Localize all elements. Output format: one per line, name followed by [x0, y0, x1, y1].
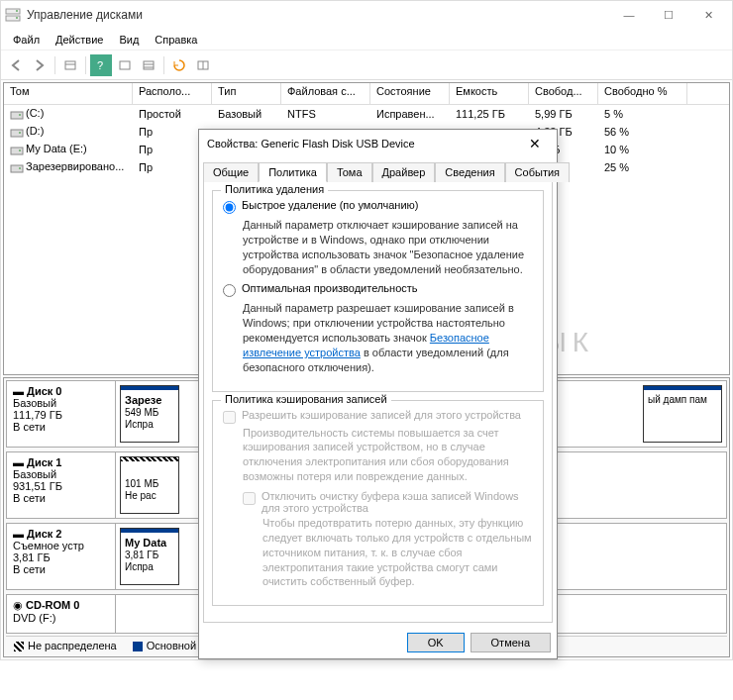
- toolbar: ?: [1, 50, 732, 80]
- maximize-button[interactable]: ☐: [649, 1, 688, 29]
- volume-icon: [10, 127, 24, 139]
- action-icon[interactable]: [114, 54, 136, 76]
- cancel-button[interactable]: Отмена: [471, 633, 551, 652]
- col-freepc[interactable]: Свободно %: [598, 83, 687, 104]
- col-type[interactable]: Тип: [212, 83, 281, 104]
- flush-cache-desc: Чтобы предотвратить потерю данных, эту ф…: [262, 516, 533, 589]
- back-icon[interactable]: [5, 54, 27, 76]
- svg-point-16: [19, 167, 21, 169]
- menu-file[interactable]: Файл: [5, 32, 48, 48]
- window-title: Управление дисками: [27, 8, 609, 22]
- tab-policy[interactable]: Политика: [259, 162, 327, 182]
- menu-view[interactable]: Вид: [111, 32, 147, 48]
- disk-mgmt-icon: [5, 7, 21, 23]
- minimize-button[interactable]: —: [609, 1, 649, 29]
- tab-events[interactable]: События: [505, 162, 570, 182]
- optimal-perf-desc: Данный параметр разрешает кэширование за…: [243, 301, 533, 374]
- optimal-perf-label: Оптимальная производительность: [242, 282, 418, 294]
- svg-rect-1: [6, 16, 20, 21]
- col-status[interactable]: Состояние: [370, 83, 450, 104]
- col-layout[interactable]: Располо...: [133, 83, 212, 104]
- disk-icon: ▬: [13, 385, 24, 397]
- partition[interactable]: Зарезе549 МБИспра: [120, 385, 179, 443]
- list-icon[interactable]: [138, 54, 159, 76]
- legend-unalloc-icon: [14, 642, 24, 651]
- close-button[interactable]: ✕: [688, 1, 728, 29]
- svg-rect-7: [144, 61, 154, 69]
- ok-button[interactable]: OK: [407, 633, 465, 652]
- tab-general[interactable]: Общие: [203, 162, 259, 182]
- svg-point-12: [19, 132, 21, 134]
- tab-details[interactable]: Сведения: [435, 162, 504, 182]
- cache-policy-legend: Политика кэширования записей: [221, 393, 391, 405]
- volume-icon: [10, 109, 24, 121]
- refresh-icon[interactable]: [168, 54, 190, 76]
- cd-icon: ◉: [13, 599, 23, 611]
- svg-rect-0: [6, 9, 20, 14]
- menubar: Файл Действие Вид Справка: [1, 29, 732, 50]
- partition[interactable]: ый дамп пам: [643, 385, 722, 443]
- svg-rect-4: [65, 61, 75, 69]
- col-free[interactable]: Свобод...: [529, 83, 598, 104]
- allow-cache-desc: Производительность системы повышается за…: [243, 426, 533, 484]
- volume-icon: [10, 145, 24, 156]
- col-volume[interactable]: Том: [4, 83, 133, 104]
- disk-icon: ▬: [13, 528, 24, 540]
- flush-cache-label: Отключить очистку буфера кэша записей Wi…: [262, 490, 533, 514]
- help-icon[interactable]: ?: [90, 54, 112, 76]
- quick-removal-label: Быстрое удаление (по умолчанию): [242, 199, 418, 211]
- svg-rect-6: [120, 61, 130, 69]
- allow-cache-checkbox: [223, 411, 236, 424]
- svg-point-2: [16, 10, 18, 12]
- dialog-title: Свойства: Generic Flash Disk USB Device: [207, 138, 521, 150]
- flush-cache-checkbox: [243, 492, 256, 505]
- svg-text:?: ?: [97, 59, 103, 71]
- allow-cache-label: Разрешить кэширование записей для этого …: [242, 409, 521, 421]
- svg-rect-11: [11, 130, 23, 137]
- legend-unalloc: Не распределена: [28, 640, 117, 651]
- disk-icon: ▬: [13, 456, 24, 468]
- menu-help[interactable]: Справка: [147, 32, 205, 48]
- partition[interactable]: 101 МБНе рас: [120, 456, 179, 514]
- svg-point-10: [19, 114, 21, 116]
- props-icon[interactable]: [59, 54, 81, 76]
- volume-icon: [10, 162, 24, 174]
- svg-rect-15: [11, 165, 23, 172]
- grid-icon[interactable]: [192, 54, 214, 76]
- svg-point-3: [16, 17, 18, 19]
- optimal-perf-radio[interactable]: [223, 284, 236, 297]
- col-fs[interactable]: Файловая с...: [281, 83, 370, 104]
- svg-rect-13: [11, 148, 23, 154]
- quick-removal-desc: Данный параметр отключает кэширование за…: [243, 218, 533, 276]
- partition[interactable]: My Data3,81 ГБИспра: [120, 528, 179, 585]
- table-row[interactable]: (C:)ПростойБазовыйNTFSИсправен...111,25 …: [4, 105, 729, 123]
- cd-label: CD-ROM 0: [26, 599, 79, 611]
- titlebar: Управление дисками — ☐ ✕: [1, 1, 732, 29]
- svg-rect-9: [11, 112, 23, 119]
- properties-dialog: Свойства: Generic Flash Disk USB Device …: [198, 129, 558, 659]
- menu-action[interactable]: Действие: [48, 32, 111, 48]
- svg-point-14: [19, 150, 21, 151]
- dialog-close-button[interactable]: ✕: [521, 132, 549, 155]
- col-capacity[interactable]: Емкость: [450, 83, 529, 104]
- tab-volumes[interactable]: Тома: [327, 162, 372, 182]
- legend-primary-icon: [133, 642, 143, 651]
- cd-sub: DVD (F:): [13, 612, 55, 624]
- quick-removal-radio[interactable]: [223, 201, 236, 214]
- removal-policy-legend: Политика удаления: [221, 183, 328, 195]
- forward-icon[interactable]: [29, 54, 51, 76]
- tab-driver[interactable]: Драйвер: [372, 162, 436, 182]
